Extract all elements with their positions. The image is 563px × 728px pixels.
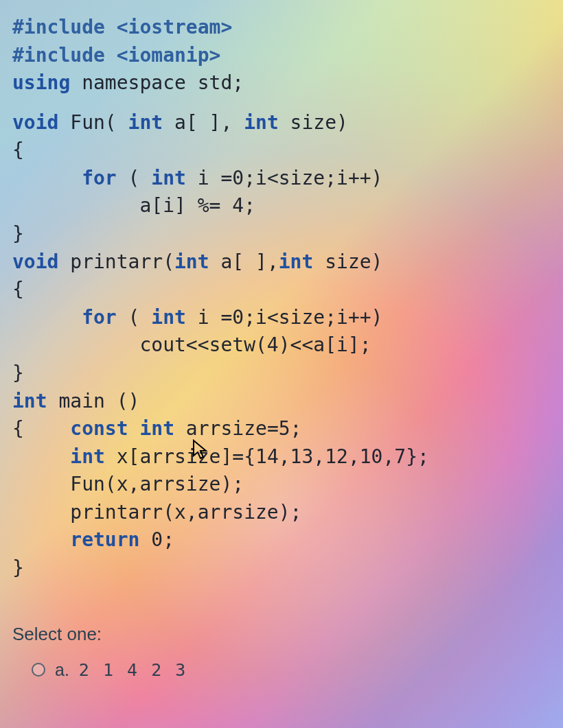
code-text: printarr(x,arrsize); xyxy=(12,501,301,524)
option-label: a. xyxy=(55,660,69,680)
question-prompt: Select one: xyxy=(12,624,563,645)
code-text: size) xyxy=(279,111,348,134)
code-text: size) xyxy=(313,250,382,273)
code-text: arrsize=5; xyxy=(174,417,301,440)
code-text: x[arrsize]={14,13,12,10,7}; xyxy=(105,445,429,468)
code-text: cout<<setw(4)<<a[i]; xyxy=(12,333,371,356)
code-text: printarr( xyxy=(58,250,174,273)
code-keyword: for xyxy=(12,167,117,189)
code-text: i =0;i<size;i++) xyxy=(186,306,383,329)
code-text: } xyxy=(12,362,24,384)
code-text: Fun(x,arrsize); xyxy=(12,473,244,495)
code-text xyxy=(12,445,70,468)
code-type: int xyxy=(244,111,279,134)
code-type: int xyxy=(70,445,105,468)
code-keyword: return xyxy=(70,528,139,551)
radio-icon[interactable] xyxy=(32,663,45,677)
question-block: Select one: a. 2 1 4 2 3 xyxy=(0,624,563,680)
code-text: 0; xyxy=(139,528,174,551)
code-type: int xyxy=(12,390,47,412)
code-text xyxy=(12,528,70,551)
code-text: i =0;i<size;i++) xyxy=(186,167,383,189)
code-text: { xyxy=(12,417,70,440)
code-keyword: void xyxy=(12,111,58,134)
code-type: int xyxy=(128,111,163,134)
code-text: } xyxy=(12,222,24,245)
code-type: int xyxy=(279,250,314,273)
code-keyword: const int xyxy=(70,417,174,440)
code-text: { xyxy=(12,278,24,301)
code-text: main () xyxy=(47,390,140,412)
code-text: } xyxy=(12,556,24,579)
code-text: a[ ], xyxy=(209,250,279,273)
code-text: namespace std; xyxy=(70,71,244,94)
code-type: int xyxy=(151,167,186,189)
code-line: #include <iomanip> xyxy=(12,44,220,67)
code-line: #include <iostream> xyxy=(12,16,232,38)
code-text: { xyxy=(12,139,24,161)
code-keyword: for xyxy=(12,306,117,329)
code-keyword: using xyxy=(12,71,70,94)
code-text: ( xyxy=(117,167,152,189)
code-type: int xyxy=(174,250,209,273)
code-keyword: void xyxy=(12,250,58,273)
option-value: 2 1 4 2 3 xyxy=(79,660,187,680)
code-text: a[i] %= 4; xyxy=(12,194,255,217)
code-text: a[ ], xyxy=(163,111,244,134)
code-block: #include <iostream> #include <iomanip> u… xyxy=(0,0,563,596)
code-type: int xyxy=(151,306,186,329)
code-text: ( xyxy=(117,306,152,329)
option-a[interactable]: a. 2 1 4 2 3 xyxy=(12,660,563,680)
code-text: Fun( xyxy=(58,111,128,134)
